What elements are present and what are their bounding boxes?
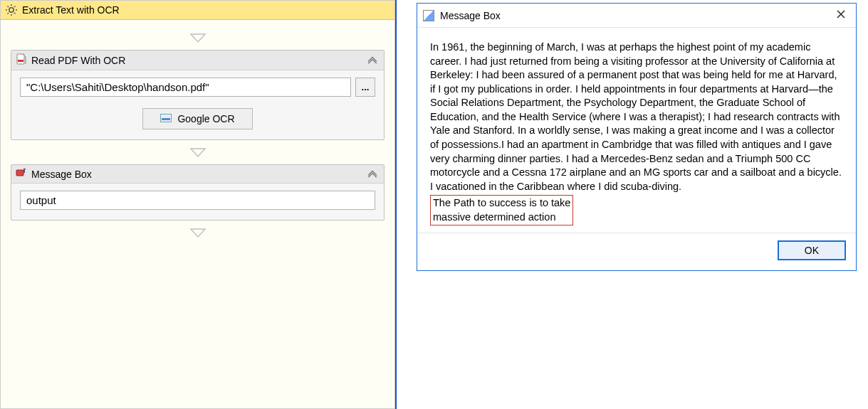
message-box-header[interactable]: Message Box — [11, 165, 384, 184]
svg-rect-11 — [18, 60, 23, 62]
collapse-icon[interactable] — [367, 169, 378, 179]
pdf-icon — [16, 53, 27, 67]
read-pdf-title: Read PDF With OCR — [31, 55, 125, 66]
read-pdf-header[interactable]: Read PDF With OCR — [11, 51, 384, 70]
message-box-dialog: Message Box In 1961, the beginning of Ma… — [417, 3, 857, 271]
ocr-engine-button[interactable]: Google OCR — [142, 108, 252, 129]
dialog-body: In 1961, the beginning of March, I was a… — [417, 28, 856, 233]
message-box-title: Message Box — [31, 169, 92, 180]
svg-marker-9 — [191, 34, 205, 42]
svg-line-8 — [14, 6, 16, 8]
dialog-text-main: In 1961, the beginning of March, I was a… — [430, 41, 843, 193]
message-box-input[interactable] — [20, 191, 375, 210]
right-panel: Message Box In 1961, the beginning of Ma… — [395, 0, 868, 409]
message-box-body — [11, 184, 384, 220]
highlight-line-2: massive determined action — [433, 211, 570, 225]
pdf-filepath-input[interactable] — [20, 78, 351, 97]
svg-marker-14 — [191, 149, 205, 156]
read-pdf-with-ocr-activity[interactable]: Read PDF With OCR ... Google OCR — [11, 50, 385, 140]
collapse-icon[interactable] — [367, 55, 378, 65]
mailbox-icon — [16, 168, 27, 180]
dialog-titlebar[interactable]: Message Box — [417, 4, 856, 28]
close-button[interactable] — [832, 8, 850, 23]
ok-button[interactable]: OK — [778, 240, 846, 260]
svg-rect-13 — [162, 118, 170, 120]
connector-mid[interactable] — [188, 140, 208, 164]
gear-icon — [5, 4, 18, 16]
connector-bottom[interactable] — [188, 221, 208, 245]
dialog-title: Message Box — [440, 10, 501, 21]
sequence-header[interactable]: Extract Text with OCR — [1, 1, 394, 20]
app-icon — [423, 10, 434, 21]
dialog-text-highlighted: The Path to success is to take massive d… — [430, 195, 573, 225]
read-pdf-body: ... Google OCR — [11, 70, 384, 139]
svg-line-6 — [14, 13, 16, 14]
highlight-line-1: The Path to success is to take — [433, 196, 570, 211]
workflow-designer-panel: Extract Text with OCR Read PDF With OCR … — [0, 0, 395, 409]
svg-rect-10 — [17, 54, 24, 64]
svg-line-7 — [8, 13, 9, 14]
svg-rect-15 — [16, 170, 23, 176]
svg-point-0 — [9, 8, 14, 12]
message-box-activity[interactable]: Message Box — [11, 164, 385, 221]
connector-top[interactable] — [188, 26, 208, 50]
sequence-body: Read PDF With OCR ... Google OCR — [1, 20, 394, 408]
dialog-footer: OK — [417, 233, 856, 270]
svg-line-5 — [8, 6, 9, 8]
ocr-icon — [160, 113, 172, 124]
sequence-title: Extract Text with OCR — [22, 4, 120, 16]
svg-marker-18 — [191, 229, 205, 237]
svg-point-17 — [24, 169, 26, 170]
browse-button[interactable]: ... — [355, 78, 375, 97]
ocr-engine-label: Google OCR — [177, 113, 234, 124]
